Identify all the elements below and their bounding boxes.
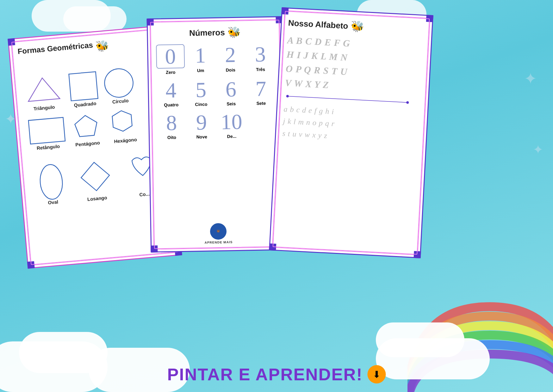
card-numeros: Números 🐝 0 Zero 1 Um 2 Dois 3 Três 4 Qu… [147,16,287,252]
digit-6: 6 [216,78,245,100]
num-9: 9 Nove [187,111,216,140]
card-left-title: Formas Geométricas [17,40,93,56]
corner-mid-bl [151,245,158,252]
digit-7: 7 [246,78,275,100]
svg-text:Co...: Co... [139,191,150,198]
logo-circle: 🐻 [210,223,227,240]
logo-container: 🐻 APRENDE MAIS [204,223,233,244]
svg-rect-1 [69,72,98,101]
label-tres: Três [246,67,275,72]
label-um: Um [186,68,215,73]
digit-4: 4 [157,79,185,101]
svg-point-12 [39,164,64,200]
digit-1: 1 [186,44,215,67]
corner-right-tr [426,15,433,22]
corner-mid-tl [147,18,154,25]
card-alfabeto: Nosso Alfabeto 🐝 A B C D E F G H I J K L… [269,7,433,258]
svg-point-18 [286,95,289,97]
svg-line-17 [288,96,407,102]
corner-right-tl [281,7,289,15]
num-0: 0 Zero [156,44,185,75]
digit-10: 10 [217,111,246,133]
num-empty [247,110,276,139]
shapes-svg: Triângulo Quadrado Círculo Retângulo Pen… [18,49,170,244]
cloud-top-left2 [63,6,127,32]
card-mid-title: Números [189,28,225,38]
digit-5: 5 [187,79,215,101]
digit-9: 9 [187,111,216,133]
bee-mid: 🐝 [227,26,241,39]
label-seis: Seis [217,101,245,107]
num-4: 4 Quatro [157,79,185,108]
alphabet-uppercase: A B C D E F G H I J K L M N O P Q R S T … [285,33,425,97]
starfish-right: ✦ [524,70,537,88]
card-right-title: Nosso Alfabeto [288,18,348,31]
logo-icon: 🐻 [217,230,220,233]
corner-right-br [414,251,421,258]
svg-point-19 [406,101,409,104]
svg-marker-0 [27,77,60,101]
digit-3: 3 [246,43,275,66]
svg-text:Oval: Oval [48,199,59,205]
svg-text:Círculo: Círculo [112,98,129,104]
num-2: 2 Dois [216,43,245,74]
download-button[interactable]: ⬇ [368,365,386,383]
num-1: 1 Um [186,44,215,75]
svg-point-2 [103,68,134,99]
bottom-cta: PINTAR E APRENDER! ⬇ [167,364,386,384]
label-cinco: Cinco [187,101,215,107]
num-3: 3 Três [246,43,275,74]
cloud-rainbow-top [376,322,464,357]
download-icon: ⬇ [373,369,381,380]
label-sete: Sete [247,101,275,106]
numbers-grid: 0 Zero 1 Um 2 Dois 3 Três 4 Quatro 5 Cin… [156,43,276,140]
svg-text:Triângulo: Triângulo [33,104,55,112]
svg-text:Pentágono: Pentágono [75,140,100,148]
corner-bl [27,261,35,269]
svg-text:Losango: Losango [87,195,107,202]
label-nove: Nove [188,134,216,140]
num-5: 5 Cinco [187,79,215,107]
svg-text:Retângulo: Retângulo [36,144,60,151]
bee-left: 🐝 [95,39,109,53]
num-6: 6 Seis [216,78,245,107]
starfish-right2: ✦ [533,142,544,157]
svg-marker-13 [80,161,111,192]
logo-text: APRENDE MAIS [205,240,233,244]
svg-text:Hexágono: Hexágono [114,137,137,144]
num-10: 10 De... [217,111,246,139]
bee-right: 🐝 [350,20,364,33]
digit-0: 0 [156,44,185,69]
corner-tl [8,38,15,46]
svg-marker-7 [74,114,98,137]
svg-text:Quadrado: Quadrado [74,101,96,108]
digit-8: 8 [157,112,186,134]
label-dois: Dois [216,67,245,73]
digit-2: 2 [216,43,245,66]
alphabet-lowercase: a b c d e f g h i j k l m n o p q r s t … [282,103,421,147]
svg-rect-6 [28,117,65,144]
svg-marker-8 [112,110,132,132]
num-7: 7 Sete [246,78,275,106]
label-dez: De... [217,133,246,139]
label-quatro: Quatro [157,102,185,108]
label-zero: Zero [156,70,185,75]
label-oito: Oito [158,135,186,140]
corner-right-bl [269,243,276,251]
cta-text: PINTAR E APRENDER! [167,364,363,384]
num-8: 8 Oito [157,112,186,140]
